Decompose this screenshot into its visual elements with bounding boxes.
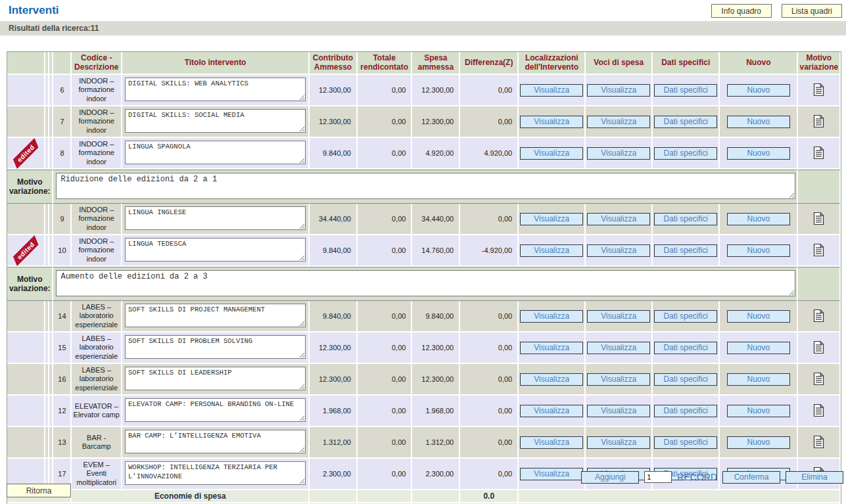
titolo-cell — [122, 332, 310, 364]
codice-descrizione: INDOOR – formazione indoor — [72, 204, 122, 235]
row-number: 16 — [53, 364, 72, 396]
dati-specifici-button[interactable]: Dati specifici — [654, 84, 717, 97]
dati-specifici-button[interactable]: Dati specifici — [654, 147, 717, 160]
localizzazioni-visualizza-button[interactable]: Visualizza — [520, 436, 583, 449]
conferma-button[interactable]: Conferma — [722, 471, 780, 484]
document-icon[interactable] — [813, 243, 824, 258]
nuovo-button[interactable]: Nuovo — [727, 405, 790, 417]
info-quadro-button[interactable]: Info quadro — [711, 4, 772, 18]
edited-marker-cell: edited — [7, 204, 45, 235]
motivo-variazione-textarea[interactable] — [56, 173, 795, 199]
localizzazioni-visualizza-button[interactable]: Visualizza — [520, 116, 583, 128]
localizzazioni-visualizza-button[interactable]: Visualizza — [520, 84, 583, 97]
nuovo-button[interactable]: Nuovo — [727, 147, 790, 160]
titolo-intervento-textarea[interactable] — [125, 398, 306, 422]
document-icon[interactable] — [813, 435, 824, 450]
localizzazioni-visualizza-button[interactable]: Visualizza — [520, 147, 583, 160]
localizzazioni-visualizza-button[interactable]: Visualizza — [520, 405, 583, 417]
dati-specifici-button[interactable]: Dati specifici — [654, 116, 717, 128]
header-spesa: Spesa ammessa — [412, 52, 460, 75]
page-title: Interventi — [9, 4, 59, 17]
nuovo-button[interactable]: Nuovo — [727, 213, 790, 225]
nuovo-button[interactable]: Nuovo — [727, 436, 790, 449]
row-number: 6 — [53, 75, 72, 106]
titolo-intervento-textarea[interactable] — [125, 78, 306, 101]
titolo-intervento-textarea[interactable] — [125, 430, 306, 453]
voci-di-spesa-visualizza-button[interactable]: Visualizza — [587, 436, 650, 449]
aggiungi-button[interactable]: Aggiungi — [581, 471, 639, 484]
header-motivo: Motivo variazione — [798, 52, 841, 75]
dati-specifici-button[interactable]: Dati specifici — [654, 373, 717, 386]
header-dati: Dati specifici — [653, 52, 720, 75]
header-nuovo: Nuovo — [720, 52, 798, 75]
totale-rendicontato-value: 0,00 — [358, 75, 412, 106]
localizzazioni-visualizza-button[interactable]: Visualizza — [520, 310, 583, 323]
voci-di-spesa-visualizza-button[interactable]: Visualizza — [587, 405, 650, 417]
titolo-intervento-textarea[interactable] — [125, 335, 306, 359]
dati-specifici-button[interactable]: Dati specifici — [654, 244, 717, 257]
edited-marker-cell: edited — [7, 332, 45, 364]
nuovo-button[interactable]: Nuovo — [727, 373, 790, 386]
titolo-intervento-textarea[interactable] — [125, 238, 306, 262]
interventi-table-wrap: Codice - Descrizione Titolo intervento C… — [7, 51, 839, 504]
motivo-variazione-row: Motivo variazione: — [7, 170, 841, 204]
elimina-button[interactable]: Elimina — [786, 471, 843, 484]
titolo-intervento-textarea[interactable] — [125, 304, 306, 327]
codice-descrizione: BAR - Barcamp — [72, 427, 122, 459]
table-row: edited 14 LABES – laboratorio esperienzi… — [7, 301, 841, 332]
dati-specifici-button[interactable]: Dati specifici — [654, 310, 717, 323]
contributo-ammesso-value: 34.440,00 — [310, 204, 358, 235]
top-buttons: Info quadro Lista quadri — [703, 4, 842, 18]
voci-di-spesa-visualizza-button[interactable]: Visualizza — [587, 244, 650, 257]
table-row: edited 6 INDOOR – formazione indoor 12.3… — [7, 75, 841, 106]
table-row: edited 13 BAR - Barcamp 1.312,00 0,00 1.… — [7, 427, 841, 459]
header-codice: Codice - Descrizione — [72, 52, 122, 75]
record-count-input[interactable] — [644, 471, 672, 483]
voci-di-spesa-visualizza-button[interactable]: Visualizza — [587, 373, 650, 386]
nuovo-button[interactable]: Nuovo — [727, 310, 790, 323]
voci-di-spesa-visualizza-button[interactable]: Visualizza — [587, 310, 650, 323]
edited-marker-cell: edited — [7, 75, 45, 106]
document-icon[interactable] — [813, 83, 824, 98]
nuovo-button[interactable]: Nuovo — [727, 342, 790, 354]
document-icon[interactable] — [813, 146, 824, 161]
codice-descrizione: INDOOR – formazione indoor — [72, 235, 122, 267]
row-number: 10 — [53, 235, 72, 267]
titolo-intervento-textarea[interactable] — [125, 109, 306, 133]
spesa-ammessa-value: 1.968,00 — [412, 396, 460, 427]
nuovo-button[interactable]: Nuovo — [727, 244, 790, 257]
motivo-variazione-textarea[interactable] — [56, 270, 795, 296]
titolo-intervento-textarea[interactable] — [125, 206, 306, 230]
titolo-intervento-textarea[interactable] — [125, 141, 306, 164]
row-number: 13 — [53, 427, 72, 459]
document-icon[interactable] — [813, 403, 824, 419]
contributo-ammesso-value: 1.312,00 — [310, 427, 358, 459]
nuovo-button[interactable]: Nuovo — [727, 116, 790, 128]
dati-specifici-button[interactable]: Dati specifici — [654, 342, 717, 354]
row-number: 12 — [53, 396, 72, 427]
voci-di-spesa-visualizza-button[interactable]: Visualizza — [587, 147, 650, 160]
voci-di-spesa-visualizza-button[interactable]: Visualizza — [587, 116, 650, 128]
voci-di-spesa-visualizza-button[interactable]: Visualizza — [587, 342, 650, 354]
localizzazioni-visualizza-button[interactable]: Visualizza — [520, 342, 583, 354]
titolo-intervento-textarea[interactable] — [125, 461, 306, 485]
localizzazioni-visualizza-button[interactable]: Visualizza — [520, 373, 583, 386]
voci-di-spesa-visualizza-button[interactable]: Visualizza — [587, 84, 650, 97]
voci-di-spesa-visualizza-button[interactable]: Visualizza — [587, 213, 650, 225]
nuovo-button[interactable]: Nuovo — [727, 84, 790, 97]
localizzazioni-visualizza-button[interactable]: Visualizza — [520, 468, 583, 480]
dati-specifici-button[interactable]: Dati specifici — [654, 436, 717, 449]
lista-quadri-button[interactable]: Lista quadri — [782, 4, 842, 18]
document-icon[interactable] — [813, 340, 824, 355]
ritorna-button[interactable]: Ritorna — [7, 484, 71, 497]
document-icon[interactable] — [813, 309, 824, 324]
dati-specifici-button[interactable]: Dati specifici — [654, 213, 717, 225]
document-icon[interactable] — [813, 372, 824, 387]
row-number: 14 — [53, 301, 72, 332]
dati-specifici-button[interactable]: Dati specifici — [654, 405, 717, 417]
localizzazioni-visualizza-button[interactable]: Visualizza — [520, 244, 583, 257]
document-icon[interactable] — [813, 212, 824, 227]
titolo-intervento-textarea[interactable] — [125, 367, 306, 390]
document-icon[interactable] — [813, 114, 824, 129]
localizzazioni-visualizza-button[interactable]: Visualizza — [520, 213, 583, 225]
